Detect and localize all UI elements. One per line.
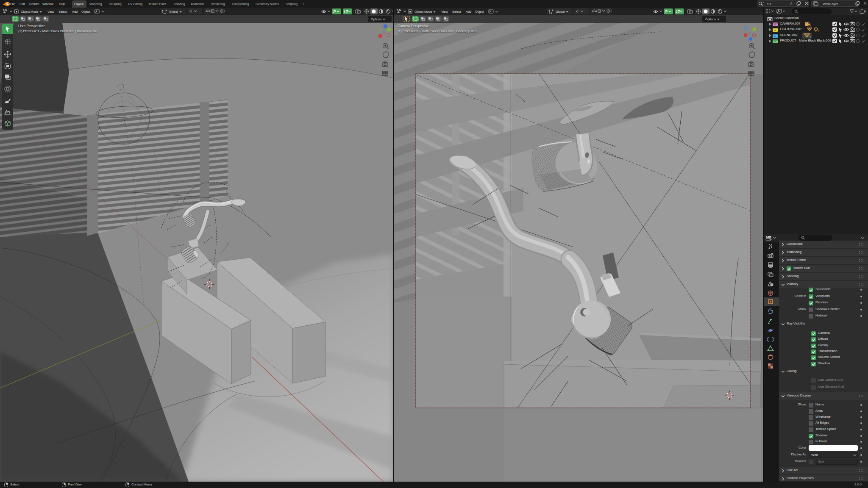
svg-text:4: 4: [810, 25, 811, 27]
svg-text:7: 7: [818, 30, 819, 33]
svg-text:5: 5: [810, 36, 811, 39]
